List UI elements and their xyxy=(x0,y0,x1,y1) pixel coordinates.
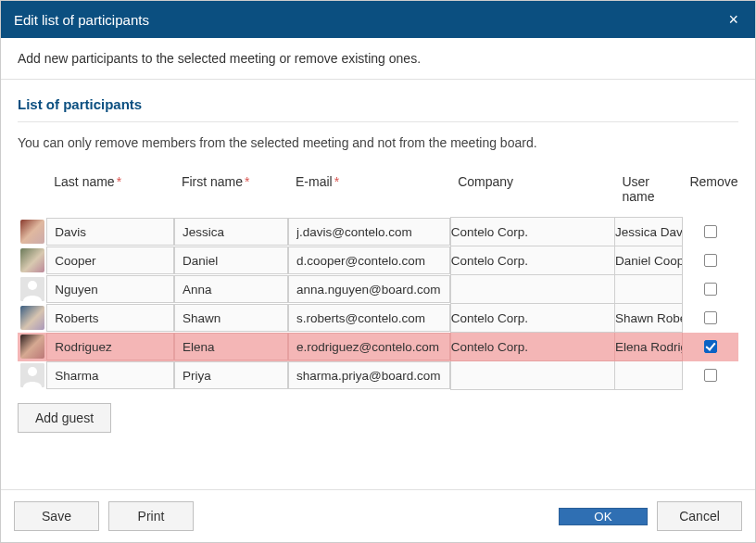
email-input[interactable] xyxy=(288,304,450,332)
col-user-name: User name xyxy=(614,167,682,218)
ok-button[interactable]: OK xyxy=(559,508,648,525)
table-row: Contelo Corp.Daniel Cooper xyxy=(18,246,738,275)
last-name-input[interactable] xyxy=(46,361,174,389)
user-name-cell: Elena Rodriguez xyxy=(614,333,682,361)
required-marker: * xyxy=(334,174,339,189)
user-name-cell xyxy=(614,275,682,304)
avatar xyxy=(20,220,44,244)
save-button[interactable]: Save xyxy=(14,501,99,531)
first-name-input[interactable] xyxy=(174,304,288,332)
first-name-input[interactable] xyxy=(174,246,288,274)
last-name-input[interactable] xyxy=(46,275,174,303)
avatar-cell xyxy=(18,361,46,390)
cancel-button[interactable]: Cancel xyxy=(657,501,742,531)
dialog-edit-participants: Edit list of participants × Add new part… xyxy=(0,0,756,543)
company-cell: Contelo Corp. xyxy=(450,304,614,333)
user-name-cell: Shawn Roberts xyxy=(614,304,682,333)
dialog-title: Edit list of participants xyxy=(14,12,149,28)
dialog-body: List of participants You can only remove… xyxy=(1,80,755,489)
user-name-cell: Jessica Davis xyxy=(614,218,682,246)
remove-checkbox[interactable] xyxy=(704,340,717,353)
last-name-input[interactable] xyxy=(46,304,174,332)
remove-checkbox[interactable] xyxy=(704,369,717,382)
remove-checkbox[interactable] xyxy=(704,225,717,238)
table-row: Contelo Corp.Jessica Davis xyxy=(18,218,738,246)
col-first-name: First name* xyxy=(174,167,288,218)
company-cell xyxy=(450,361,614,390)
participants-table: Last name* First name* E-mail* Company U… xyxy=(18,167,738,390)
email-input[interactable] xyxy=(288,246,450,274)
company-cell: Contelo Corp. xyxy=(450,333,614,361)
email-input[interactable] xyxy=(288,333,450,360)
table-row xyxy=(18,361,738,390)
col-remove: Remove xyxy=(682,167,738,218)
company-cell xyxy=(450,275,614,304)
first-name-input[interactable] xyxy=(174,333,288,360)
email-input[interactable] xyxy=(288,275,450,303)
title-bar: Edit list of participants × xyxy=(1,1,755,38)
user-name-cell xyxy=(614,361,682,390)
avatar-cell xyxy=(18,218,46,246)
print-button[interactable]: Print xyxy=(108,501,194,531)
section-title: List of participants xyxy=(18,96,738,122)
last-name-input[interactable] xyxy=(46,218,174,246)
required-marker: * xyxy=(245,174,249,189)
remove-checkbox[interactable] xyxy=(704,283,717,296)
dialog-subtitle: Add new participants to the selected mee… xyxy=(1,38,755,80)
avatar-placeholder-icon xyxy=(20,363,44,387)
first-name-input[interactable] xyxy=(174,218,288,246)
last-name-input[interactable] xyxy=(46,333,174,360)
avatar xyxy=(20,306,44,330)
avatar-cell xyxy=(18,246,46,275)
first-name-input[interactable] xyxy=(174,361,288,389)
col-last-name: Last name* xyxy=(46,167,174,218)
table-row: Contelo Corp.Shawn Roberts xyxy=(18,304,738,333)
col-company: Company xyxy=(450,167,614,218)
required-marker: * xyxy=(117,174,121,189)
add-guest-button[interactable]: Add guest xyxy=(18,403,111,433)
dialog-footer: Save Print OK Cancel xyxy=(1,489,755,542)
svg-point-1 xyxy=(28,281,37,290)
table-row xyxy=(18,275,738,304)
avatar-cell xyxy=(18,304,46,333)
table-row: Contelo Corp.Elena Rodriguez xyxy=(18,333,738,361)
avatar-cell xyxy=(18,333,46,361)
remove-checkbox[interactable] xyxy=(704,311,717,324)
hint-text: You can only remove members from the sel… xyxy=(18,135,738,150)
email-input[interactable] xyxy=(288,218,450,246)
avatar xyxy=(20,248,44,272)
close-icon[interactable]: × xyxy=(724,11,742,28)
company-cell: Contelo Corp. xyxy=(450,246,614,275)
avatar-placeholder-icon xyxy=(20,277,44,301)
col-email: E-mail* xyxy=(288,167,450,218)
first-name-input[interactable] xyxy=(174,275,288,303)
company-cell: Contelo Corp. xyxy=(450,218,614,246)
remove-checkbox[interactable] xyxy=(704,254,717,267)
svg-point-3 xyxy=(28,367,37,376)
avatar-cell xyxy=(18,275,46,304)
table-header-row: Last name* First name* E-mail* Company U… xyxy=(18,167,738,218)
user-name-cell: Daniel Cooper xyxy=(614,246,682,275)
email-input[interactable] xyxy=(288,361,450,389)
avatar xyxy=(20,335,44,359)
last-name-input[interactable] xyxy=(46,246,174,274)
